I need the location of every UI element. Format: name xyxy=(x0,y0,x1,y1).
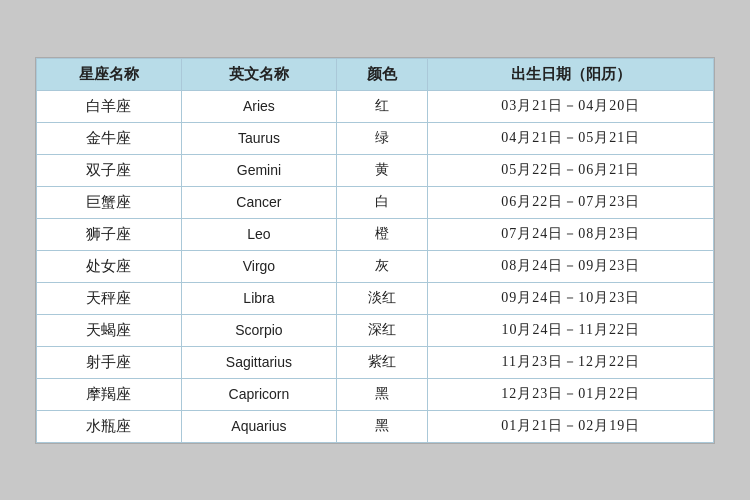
table-row: 双子座Gemini黄05月22日－06月21日 xyxy=(37,154,714,186)
table-row: 天秤座Libra淡红09月24日－10月23日 xyxy=(37,282,714,314)
table-cell: 红 xyxy=(337,90,428,122)
table-row: 白羊座Aries红03月21日－04月20日 xyxy=(37,90,714,122)
table-cell: 黑 xyxy=(337,378,428,410)
table-cell: 白羊座 xyxy=(37,90,182,122)
table-cell: 处女座 xyxy=(37,250,182,282)
table-row: 处女座Virgo灰08月24日－09月23日 xyxy=(37,250,714,282)
table-cell: Gemini xyxy=(181,154,337,186)
table-cell: 灰 xyxy=(337,250,428,282)
table-cell: 黑 xyxy=(337,410,428,442)
table-cell: 05月22日－06月21日 xyxy=(428,154,714,186)
zodiac-table: 星座名称英文名称颜色出生日期（阳历） 白羊座Aries红03月21日－04月20… xyxy=(36,58,714,443)
table-cell: Virgo xyxy=(181,250,337,282)
table-row: 狮子座Leo橙07月24日－08月23日 xyxy=(37,218,714,250)
table-cell: 10月24日－11月22日 xyxy=(428,314,714,346)
table-header-row: 星座名称英文名称颜色出生日期（阳历） xyxy=(37,58,714,90)
table-cell: 01月21日－02月19日 xyxy=(428,410,714,442)
table-cell: 白 xyxy=(337,186,428,218)
table-header-cell: 出生日期（阳历） xyxy=(428,58,714,90)
table-cell: 狮子座 xyxy=(37,218,182,250)
table-cell: 射手座 xyxy=(37,346,182,378)
table-cell: 08月24日－09月23日 xyxy=(428,250,714,282)
table-cell: 07月24日－08月23日 xyxy=(428,218,714,250)
table-cell: Capricorn xyxy=(181,378,337,410)
table-row: 巨蟹座Cancer白06月22日－07月23日 xyxy=(37,186,714,218)
table-cell: 06月22日－07月23日 xyxy=(428,186,714,218)
table-row: 天蝎座Scorpio深红10月24日－11月22日 xyxy=(37,314,714,346)
table-cell: Libra xyxy=(181,282,337,314)
table-cell: Taurus xyxy=(181,122,337,154)
table-cell: 紫红 xyxy=(337,346,428,378)
table-cell: 巨蟹座 xyxy=(37,186,182,218)
table-header-cell: 星座名称 xyxy=(37,58,182,90)
table-cell: 天秤座 xyxy=(37,282,182,314)
zodiac-table-wrapper: 星座名称英文名称颜色出生日期（阳历） 白羊座Aries红03月21日－04月20… xyxy=(35,57,715,444)
table-cell: 金牛座 xyxy=(37,122,182,154)
table-row: 金牛座Taurus绿04月21日－05月21日 xyxy=(37,122,714,154)
table-cell: 黄 xyxy=(337,154,428,186)
table-cell: 绿 xyxy=(337,122,428,154)
table-cell: Aries xyxy=(181,90,337,122)
table-cell: 03月21日－04月20日 xyxy=(428,90,714,122)
table-cell: Cancer xyxy=(181,186,337,218)
table-header-cell: 颜色 xyxy=(337,58,428,90)
table-cell: 12月23日－01月22日 xyxy=(428,378,714,410)
table-cell: 天蝎座 xyxy=(37,314,182,346)
table-cell: 09月24日－10月23日 xyxy=(428,282,714,314)
table-row: 射手座Sagittarius紫红11月23日－12月22日 xyxy=(37,346,714,378)
table-cell: 11月23日－12月22日 xyxy=(428,346,714,378)
table-body: 白羊座Aries红03月21日－04月20日金牛座Taurus绿04月21日－0… xyxy=(37,90,714,442)
table-cell: Aquarius xyxy=(181,410,337,442)
table-cell: 双子座 xyxy=(37,154,182,186)
table-cell: Sagittarius xyxy=(181,346,337,378)
table-row: 水瓶座Aquarius黑01月21日－02月19日 xyxy=(37,410,714,442)
table-cell: 深红 xyxy=(337,314,428,346)
table-cell: Scorpio xyxy=(181,314,337,346)
table-cell: 水瓶座 xyxy=(37,410,182,442)
table-header-cell: 英文名称 xyxy=(181,58,337,90)
table-cell: 橙 xyxy=(337,218,428,250)
table-cell: Leo xyxy=(181,218,337,250)
table-cell: 摩羯座 xyxy=(37,378,182,410)
table-row: 摩羯座Capricorn黑12月23日－01月22日 xyxy=(37,378,714,410)
table-cell: 04月21日－05月21日 xyxy=(428,122,714,154)
table-cell: 淡红 xyxy=(337,282,428,314)
